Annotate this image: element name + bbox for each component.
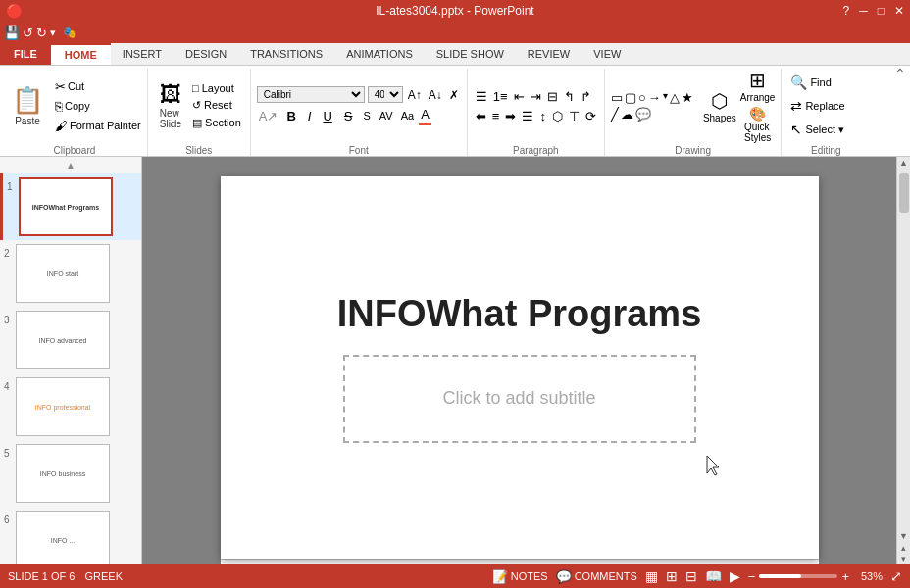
- shape-more[interactable]: ▾: [663, 90, 668, 105]
- fit-window-btn[interactable]: ⤢: [890, 568, 902, 584]
- format-painter-button[interactable]: 🖌 Format Painter: [53, 118, 143, 134]
- shadow-btn[interactable]: S: [360, 108, 375, 123]
- layout-button[interactable]: □ Layout: [189, 81, 244, 95]
- arrange-button[interactable]: ⊞ Arrange: [740, 69, 776, 103]
- underline-button[interactable]: U: [318, 107, 336, 125]
- italic-button[interactable]: I: [303, 107, 317, 125]
- scroll-up-btn[interactable]: ▲: [0, 157, 141, 173]
- help-btn[interactable]: ?: [843, 4, 850, 18]
- decrease-font-btn[interactable]: A↓: [427, 87, 444, 103]
- new-slide-button[interactable]: 🖼 New Slide: [154, 80, 187, 131]
- page-up-arrow[interactable]: ▴: [900, 543, 907, 554]
- font-size-select[interactable]: 40: [368, 86, 403, 103]
- zoom-slider[interactable]: [759, 574, 837, 578]
- shape-cloud[interactable]: ☁: [621, 107, 633, 122]
- slide-thumb-6[interactable]: 6 INFO ...: [0, 507, 141, 564]
- zoom-in-btn[interactable]: +: [841, 569, 849, 584]
- shape-rect[interactable]: ▭: [611, 90, 623, 105]
- subtitle-placeholder[interactable]: Click to add subtitle: [343, 355, 696, 443]
- shape-rounded[interactable]: ▢: [625, 90, 636, 105]
- cut-button[interactable]: ✂ Cut: [53, 78, 143, 95]
- text-color-btn[interactable]: A: [419, 106, 431, 125]
- presentation-view-icon[interactable]: 🎭: [63, 26, 76, 39]
- vertical-align-btn[interactable]: ⊤: [567, 108, 581, 124]
- slide-thumb-5[interactable]: 5 INFO business: [0, 440, 141, 507]
- vertical-scrollbar[interactable]: ▲ ▼ ▴ ▾: [896, 157, 910, 564]
- comments-status-btn[interactable]: 💬 COMMENTS: [556, 569, 637, 584]
- font-name-select[interactable]: Calibri: [257, 86, 365, 103]
- line-spacing-btn[interactable]: ↕: [537, 108, 548, 124]
- bullets-btn[interactable]: ☰: [474, 88, 489, 105]
- select-button[interactable]: ↖ Select ▾: [787, 120, 864, 139]
- shape-triangle[interactable]: △: [670, 90, 680, 105]
- font-color-btn[interactable]: A↗: [257, 108, 280, 124]
- ribbon-collapse-btn[interactable]: ⌃: [894, 66, 906, 81]
- reading-view-btn[interactable]: 📖: [705, 568, 722, 584]
- slide-thumb-3[interactable]: 3 INFO advanced: [0, 307, 141, 373]
- shape-circle[interactable]: ○: [638, 90, 646, 105]
- shape-arrow[interactable]: →: [648, 90, 661, 105]
- slide-thumb-4[interactable]: 4 INFO professional: [0, 373, 141, 440]
- clear-format-btn[interactable]: ✗: [447, 87, 461, 103]
- quick-styles-button[interactable]: 🎨 Quick Styles: [740, 106, 776, 143]
- bold-button[interactable]: B: [281, 107, 300, 125]
- shapes-button[interactable]: ⬡ Shapes: [703, 89, 736, 123]
- slide-thumb-1[interactable]: 1 INFOWhat Programs: [0, 173, 141, 240]
- strikethrough-button[interactable]: S: [339, 107, 358, 125]
- slide-thumb-2[interactable]: 2 INFO start: [0, 240, 141, 307]
- tab-transitions[interactable]: TRANSITIONS: [238, 43, 334, 65]
- zoom-out-btn[interactable]: −: [748, 569, 756, 584]
- shape-line[interactable]: ╱: [611, 107, 619, 122]
- tab-slideshow[interactable]: SLIDE SHOW: [425, 43, 516, 65]
- shape-callout[interactable]: 💬: [635, 107, 651, 122]
- tab-home[interactable]: HOME: [51, 43, 111, 65]
- minimize-btn[interactable]: ─: [859, 4, 868, 18]
- page-down-arrow[interactable]: ▾: [900, 554, 907, 564]
- increase-font-btn[interactable]: A↑: [406, 87, 424, 103]
- tab-insert[interactable]: INSERT: [111, 43, 174, 65]
- tab-view[interactable]: VIEW: [581, 43, 632, 65]
- find-button[interactable]: 🔍 Find: [787, 73, 864, 92]
- slide-panel-view-btn[interactable]: ▦: [645, 568, 658, 584]
- undo-icon[interactable]: ↺: [23, 25, 33, 40]
- redo-icon[interactable]: ↻: [36, 25, 47, 40]
- char-spacing-btn[interactable]: AV: [377, 109, 396, 122]
- text-direction-btn[interactable]: ⟳: [583, 108, 598, 124]
- slideshow-btn[interactable]: ▶: [730, 568, 740, 584]
- decrease-indent-btn[interactable]: ⇤: [512, 88, 527, 105]
- align-left-btn[interactable]: ⬅: [474, 108, 488, 124]
- tab-file[interactable]: FILE: [0, 43, 51, 65]
- shape-star[interactable]: ★: [682, 90, 693, 105]
- tab-review[interactable]: REVIEW: [516, 43, 581, 65]
- scroll-down-arrow[interactable]: ▼: [897, 530, 910, 543]
- zoom-percent[interactable]: 53%: [853, 570, 883, 582]
- ltr-btn[interactable]: ↱: [579, 88, 593, 105]
- scroll-up-arrow[interactable]: ▲: [897, 157, 910, 170]
- tab-animations[interactable]: ANIMATIONS: [334, 43, 425, 65]
- tab-design[interactable]: DESIGN: [174, 43, 238, 65]
- scrollbar-thumb[interactable]: [899, 173, 909, 213]
- customize-icon[interactable]: ▾: [50, 26, 56, 39]
- rtl-btn[interactable]: ↰: [562, 88, 577, 105]
- notes-area[interactable]: Click to add notes: [221, 559, 819, 564]
- maximize-btn[interactable]: □: [878, 4, 885, 18]
- paste-button[interactable]: 📋 Paste: [6, 83, 49, 128]
- numbering-btn[interactable]: 1≡: [491, 88, 510, 105]
- replace-button[interactable]: ⇄ Replace: [787, 96, 864, 116]
- save-icon[interactable]: 💾: [4, 25, 20, 40]
- normal-view-btn[interactable]: ⊞: [666, 568, 678, 584]
- copy-button[interactable]: ⎘ Copy: [53, 98, 143, 115]
- reset-button[interactable]: ↺ Reset: [189, 98, 244, 113]
- notes-status-btn[interactable]: 📝 NOTES: [492, 569, 548, 584]
- increase-indent-btn[interactable]: ⇥: [529, 88, 543, 105]
- justify-btn[interactable]: ☰: [520, 108, 535, 124]
- font-case-btn[interactable]: Aa: [398, 109, 417, 122]
- smart-art-btn[interactable]: ⬡: [550, 108, 565, 124]
- slide-sorter-btn[interactable]: ⊟: [685, 568, 697, 584]
- slide-canvas[interactable]: INFOWhat Programs Click to add subtitle: [221, 176, 819, 559]
- align-right-btn[interactable]: ➡: [503, 108, 518, 124]
- columns-btn[interactable]: ⊟: [545, 88, 560, 105]
- close-btn[interactable]: ✕: [894, 4, 904, 18]
- align-center-btn[interactable]: ≡: [490, 108, 502, 124]
- section-button[interactable]: ▤ Section: [189, 116, 244, 130]
